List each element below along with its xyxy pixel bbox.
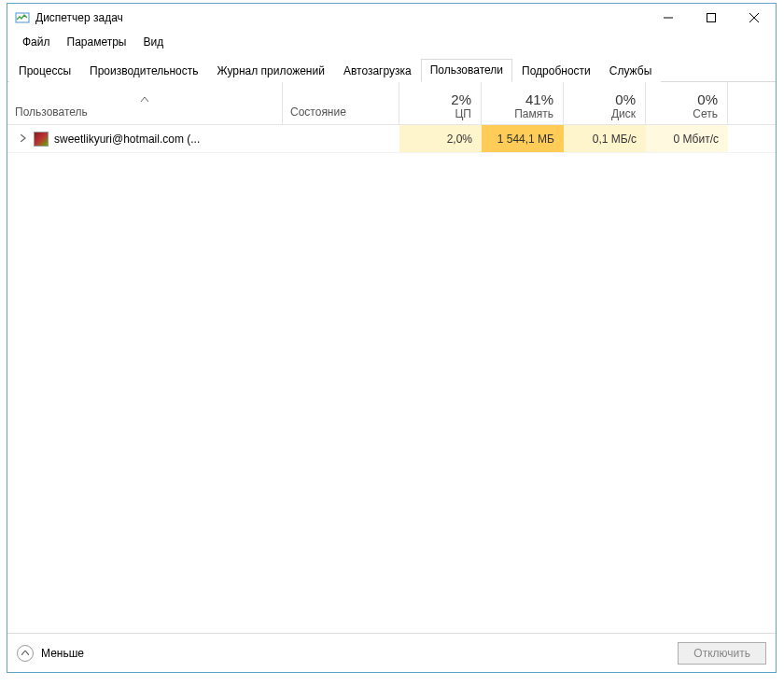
network-percent: 0% (697, 91, 718, 107)
column-header-memory[interactable]: 41% Память (482, 82, 564, 124)
column-header-network[interactable]: 0% Сеть (646, 82, 728, 124)
tab-processes[interactable]: Процессы (9, 60, 80, 82)
column-header-cpu[interactable]: 2% ЦП (399, 82, 482, 124)
column-header-disk[interactable]: 0% Диск (564, 82, 646, 124)
disconnect-button[interactable]: Отключить (678, 642, 766, 665)
app-icon (15, 10, 30, 25)
cell-user[interactable]: sweetlikyuri@hotmail.com (... (7, 125, 283, 152)
table-row[interactable]: sweetlikyuri@hotmail.com (... 2,0% 1 544… (7, 125, 776, 153)
cell-network: 0 Мбит/с (646, 125, 728, 152)
cpu-percent: 2% (451, 91, 471, 107)
memory-label: Память (514, 107, 553, 120)
user-name: sweetlikyuri@hotmail.com (... (54, 133, 200, 146)
cell-spacer (728, 125, 776, 152)
footer: Меньше Отключить (7, 633, 776, 672)
chevron-right-icon[interactable] (19, 133, 28, 144)
svg-rect-2 (707, 14, 716, 22)
column-header-user[interactable]: Пользователь (7, 82, 283, 124)
column-status-label: Состояние (290, 105, 346, 119)
task-manager-window: Диспетчер задач Файл Параметры Вид Проце… (7, 3, 777, 673)
network-label: Сеть (693, 107, 718, 120)
tab-performance[interactable]: Производительность (80, 60, 207, 82)
user-avatar-icon (34, 132, 49, 147)
cell-cpu: 2,0% (399, 125, 482, 152)
menu-file[interactable]: Файл (15, 34, 58, 50)
maximize-button[interactable] (690, 4, 733, 32)
titlebar[interactable]: Диспетчер задач (7, 4, 776, 32)
menu-options[interactable]: Параметры (60, 34, 134, 50)
cell-memory: 1 544,1 МБ (482, 125, 564, 152)
fewer-details-label: Меньше (41, 647, 84, 660)
fewer-details-button[interactable]: Меньше (17, 645, 84, 662)
cell-status (283, 125, 399, 152)
minimize-button[interactable] (647, 4, 690, 32)
tabbar: Процессы Производительность Журнал прило… (7, 52, 776, 82)
window-controls (647, 4, 776, 32)
window-title: Диспетчер задач (35, 11, 123, 24)
menu-view[interactable]: Вид (135, 34, 171, 50)
grid-header: Пользователь Состояние 2% ЦП 41% Память … (7, 82, 776, 125)
tab-startup[interactable]: Автозагрузка (334, 60, 421, 82)
disk-label: Диск (611, 107, 636, 120)
grid-body[interactable]: sweetlikyuri@hotmail.com (... 2,0% 1 544… (7, 125, 776, 633)
column-user-label: Пользователь (15, 105, 274, 119)
tab-services[interactable]: Службы (600, 60, 661, 82)
tab-details[interactable]: Подробности (512, 60, 600, 82)
cpu-label: ЦП (455, 107, 471, 120)
memory-percent: 41% (525, 91, 553, 107)
tab-users[interactable]: Пользователи (421, 59, 512, 82)
chevron-up-icon (17, 645, 34, 662)
column-header-spacer (728, 82, 776, 124)
tab-app-history[interactable]: Журнал приложений (208, 60, 334, 82)
column-header-status[interactable]: Состояние (283, 82, 399, 124)
disk-percent: 0% (615, 91, 636, 107)
close-button[interactable] (733, 4, 776, 32)
cell-disk: 0,1 МБ/с (564, 125, 646, 152)
menubar: Файл Параметры Вид (7, 32, 776, 52)
sort-indicator-icon (15, 93, 274, 104)
content-area: Пользователь Состояние 2% ЦП 41% Память … (7, 82, 776, 633)
